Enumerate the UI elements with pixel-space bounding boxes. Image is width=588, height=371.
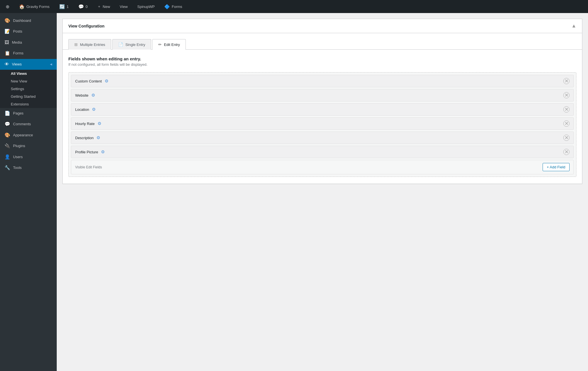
- edit-entry-icon: ✏: [158, 42, 162, 47]
- field-label-website: Website: [75, 93, 88, 97]
- admin-bar: ⊕ 🏠 Gravity Forms 🔄 1 💬 0 ＋ New View Spi…: [0, 0, 588, 13]
- comments-count[interactable]: 💬 0: [76, 3, 90, 10]
- field-label-hourly-rate: Hourly Rate: [75, 122, 95, 126]
- single-entry-icon: 📄: [118, 42, 123, 47]
- field-gear-website[interactable]: ⚙: [91, 93, 95, 98]
- wp-icon: ⊕: [6, 4, 9, 9]
- updates-icon: 🔄: [59, 4, 65, 9]
- plus-icon: ＋: [97, 4, 101, 9]
- field-remove-location[interactable]: ✕: [563, 106, 570, 113]
- view-configuration-panel: View Configuration ▲ ⊞ Multiple Entries …: [62, 19, 582, 184]
- forms-link[interactable]: 🔷 Forms: [162, 3, 184, 10]
- sidebar-item-appearance[interactable]: 🎨 Appearance: [0, 130, 57, 141]
- comments-sidebar-icon: 💬: [5, 121, 10, 127]
- sidebar-item-extensions[interactable]: Extensions: [0, 100, 57, 108]
- panel-body: Fields shown when editing an entry. If n…: [63, 50, 582, 184]
- forms-sidebar-icon: 📋: [5, 50, 10, 56]
- tools-icon: 🔧: [5, 165, 10, 171]
- field-row-website: Website ⚙ ✕: [71, 89, 574, 101]
- home-icon: 🏠: [19, 4, 25, 9]
- sidebar-item-all-views[interactable]: All Views: [0, 70, 57, 77]
- field-gear-hourly-rate[interactable]: ⚙: [98, 121, 101, 126]
- field-row-profile-picture: Profile Picture ⚙ ✕: [71, 146, 574, 158]
- field-remove-description[interactable]: ✕: [563, 135, 570, 141]
- media-icon: 🖼: [5, 39, 9, 46]
- sidebar-item-comments[interactable]: 💬 Comments: [0, 119, 57, 130]
- field-label-location: Location: [75, 107, 89, 112]
- new-button[interactable]: ＋ New: [95, 3, 112, 10]
- fields-footer: Visible Edit Fields + Add Field: [71, 160, 574, 174]
- views-icon: 👁: [5, 61, 9, 67]
- dashboard-icon: 🎨: [5, 18, 10, 24]
- visible-edit-fields-label: Visible Edit Fields: [75, 165, 102, 169]
- spinupwp-link[interactable]: SpinupWP: [135, 3, 157, 10]
- forms-icon: 🔷: [164, 4, 170, 9]
- sidebar-item-users[interactable]: 👤 Users: [0, 152, 57, 162]
- arrow-icon: ◀: [50, 62, 52, 66]
- fields-container: Custom Content ⚙ ✕ Website ⚙ ✕: [68, 72, 576, 177]
- field-label-profile-picture: Profile Picture: [75, 150, 98, 154]
- sidebar-item-new-view[interactable]: New View: [0, 77, 57, 85]
- field-row-description: Description ⚙ ✕: [71, 132, 574, 144]
- panel-header: View Configuration ▲: [63, 19, 582, 33]
- tab-single-entry[interactable]: 📄 Single Entry: [112, 39, 151, 50]
- posts-icon: 📝: [5, 28, 10, 35]
- field-remove-website[interactable]: ✕: [563, 92, 570, 98]
- panel-toggle-button[interactable]: ▲: [571, 23, 576, 29]
- tab-edit-entry[interactable]: ✏ Edit Entry: [152, 39, 186, 50]
- sidebar-section-main: 🎨 Dashboard 📝 Posts 🖼 Media 📋 Forms 👁 Vi…: [0, 13, 57, 175]
- section-subheading: If not configured, all form fields will …: [68, 62, 576, 67]
- pages-icon: 📄: [5, 110, 10, 116]
- field-remove-custom-content[interactable]: ✕: [563, 78, 570, 84]
- field-gear-custom-content[interactable]: ⚙: [105, 79, 108, 84]
- users-icon: 👤: [5, 154, 10, 160]
- field-row-custom-content: Custom Content ⚙ ✕: [71, 75, 574, 87]
- field-remove-profile-picture[interactable]: ✕: [563, 149, 570, 155]
- field-row-location: Location ⚙ ✕: [71, 103, 574, 116]
- view-link[interactable]: View: [117, 3, 130, 10]
- updates-count[interactable]: 🔄 1: [57, 3, 71, 10]
- sidebar-item-pages[interactable]: 📄 Pages: [0, 108, 57, 119]
- field-gear-location[interactable]: ⚙: [92, 107, 96, 112]
- sidebar-item-dashboard[interactable]: 🎨 Dashboard: [0, 15, 57, 26]
- sidebar-item-tools[interactable]: 🔧 Tools: [0, 162, 57, 173]
- field-label-custom-content: Custom Content: [75, 79, 102, 83]
- section-heading: Fields shown when editing an entry.: [68, 56, 576, 61]
- main-content: View Configuration ▲ ⊞ Multiple Entries …: [57, 13, 588, 371]
- sidebar-item-views[interactable]: 👁 Views ◀: [0, 59, 57, 70]
- sidebar-item-media[interactable]: 🖼 Media: [0, 37, 57, 48]
- plugins-icon: 🔌: [5, 143, 10, 149]
- field-gear-profile-picture[interactable]: ⚙: [101, 149, 105, 154]
- site-name[interactable]: 🏠 Gravity Forms: [17, 3, 52, 10]
- field-gear-description[interactable]: ⚙: [96, 135, 100, 140]
- multiple-entries-icon: ⊞: [74, 42, 78, 47]
- tab-bar: ⊞ Multiple Entries 📄 Single Entry ✏ Edit…: [63, 33, 582, 50]
- appearance-icon: 🎨: [5, 132, 10, 138]
- wp-logo[interactable]: ⊕: [3, 3, 12, 10]
- sidebar-sub-views: All Views New View Settings Getting Star…: [0, 70, 57, 108]
- add-field-button[interactable]: + Add Field: [543, 163, 570, 171]
- comments-icon: 💬: [78, 4, 84, 9]
- panel-title: View Configuration: [68, 24, 104, 28]
- sidebar-item-forms[interactable]: 📋 Forms: [0, 48, 57, 59]
- sidebar: 🎨 Dashboard 📝 Posts 🖼 Media 📋 Forms 👁 Vi…: [0, 13, 57, 371]
- field-label-description: Description: [75, 136, 94, 140]
- field-remove-hourly-rate[interactable]: ✕: [563, 120, 570, 127]
- tab-multiple-entries[interactable]: ⊞ Multiple Entries: [68, 39, 111, 50]
- sidebar-item-getting-started[interactable]: Getting Started: [0, 93, 57, 100]
- sidebar-item-settings[interactable]: Settings: [0, 85, 57, 93]
- field-row-hourly-rate: Hourly Rate ⚙ ✕: [71, 117, 574, 130]
- sidebar-item-plugins[interactable]: 🔌 Plugins: [0, 141, 57, 151]
- sidebar-item-posts[interactable]: 📝 Posts: [0, 26, 57, 37]
